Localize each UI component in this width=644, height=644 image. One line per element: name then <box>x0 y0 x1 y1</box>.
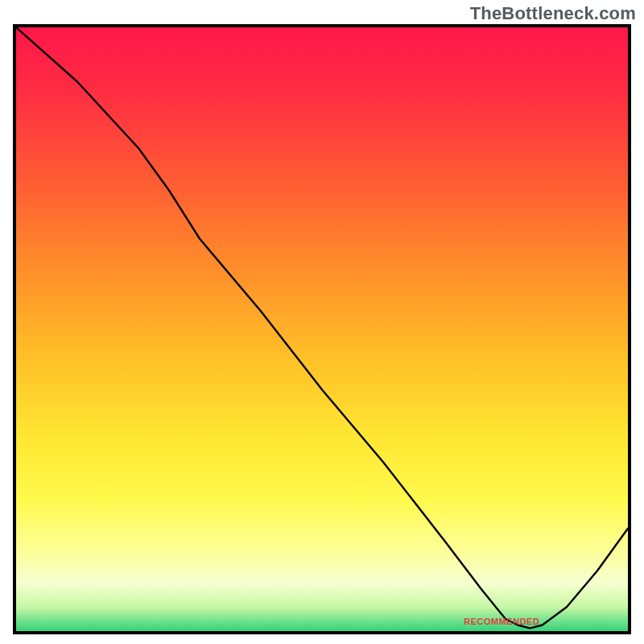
curve-svg <box>16 27 628 631</box>
plot-frame: RECOMMENDED <box>13 24 631 634</box>
chart-stage: TheBottleneck.com RECOMMENDED <box>0 0 644 644</box>
watermark-text: TheBottleneck.com <box>470 3 636 24</box>
bottleneck-curve-line <box>16 27 628 628</box>
